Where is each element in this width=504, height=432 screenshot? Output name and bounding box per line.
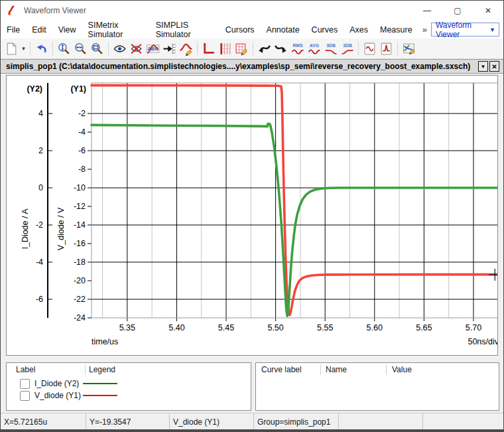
y1-tick-label: -22 (74, 295, 86, 304)
close-icon: ✕ (491, 63, 497, 70)
legend-column-label: Label (16, 363, 35, 376)
menu-item-annotate[interactable]: Annotate (261, 23, 306, 37)
values-column-name: Name (326, 363, 347, 376)
status-segment: V_diode (Y1) (170, 413, 254, 430)
new-plot-button[interactable] (3, 40, 20, 57)
minimize-button[interactable]: — (412, 1, 442, 21)
curve-arrow-right-button[interactable] (273, 40, 289, 57)
curve-checkbox[interactable] (20, 379, 30, 389)
curve-labels-button[interactable]: ABC (145, 40, 161, 57)
edit-curves-button[interactable] (401, 40, 417, 57)
chevron-down-icon: ▼ (487, 27, 497, 33)
move-to-axis-button[interactable] (161, 40, 178, 57)
impulse-page-icon (379, 42, 393, 56)
zoom-box-button[interactable] (89, 40, 105, 57)
y2-tick-label: 0 (38, 183, 43, 192)
y1-axis-title: V_diode / V (56, 207, 66, 250)
zoom-horizontal-icon (74, 42, 88, 56)
y1-tick-label: -16 (74, 239, 86, 248)
x-tick-label: 5.45 (218, 323, 234, 332)
tab-close-button[interactable]: ✕ (489, 61, 499, 72)
hide-curve-button[interactable] (128, 40, 145, 57)
plot-border (92, 83, 497, 318)
curve-arrow-right-icon (274, 42, 288, 56)
toolbar: ▼ ABC RMS AVG 3DB 3DB (1, 38, 503, 59)
waveform-plot[interactable]: 5.355.405.455.505.555.605.655.70420-2-4-… (7, 76, 497, 355)
y1-tick-label: -14 (74, 220, 86, 230)
title-bar: Waveform Viewer — ▢ ✕ (1, 1, 503, 21)
undo-button[interactable] (33, 40, 50, 57)
menu-item-edit[interactable]: Edit (26, 23, 52, 37)
curve-checkbox[interactable] (20, 391, 30, 401)
tab-title: simplis_pop1 (C:\data\documentation.simp… (6, 62, 478, 71)
rms-button[interactable]: RMS (289, 40, 306, 57)
values-column-value: Value (392, 363, 412, 376)
maximize-button[interactable]: ▢ (442, 1, 473, 21)
menu-item-file[interactable]: File (1, 23, 26, 37)
curve-pencil-icon (179, 42, 193, 56)
waveform-viewer-window: Waveform Viewer — ▢ ✕ FileEditViewSIMetr… (0, 0, 504, 432)
legend-column-legend: Legend (89, 363, 115, 376)
close-button[interactable]: ✕ (473, 1, 503, 21)
menu-overflow-chevron[interactable]: » (418, 25, 431, 35)
curve-arrow-left-icon (257, 42, 271, 56)
svg-text:AVG: AVG (309, 43, 318, 48)
waveform-page-button[interactable] (361, 40, 378, 57)
3db-lowpass-icon: 3DB (324, 42, 338, 56)
grid-pencil-icon (235, 42, 249, 56)
eye-icon (113, 42, 127, 56)
y2-axis-title: I_Diode / A (21, 208, 30, 250)
undo-icon (34, 42, 48, 56)
edit-grid-button[interactable] (233, 40, 250, 57)
y1-tick-label: -2 (78, 109, 86, 118)
arrow-to-axis-icon (162, 42, 176, 56)
abc-label-icon: ABC (146, 42, 160, 56)
zoom-x-button[interactable] (72, 40, 89, 57)
tab-dropdown-button[interactable]: ▼ (478, 61, 488, 72)
legend-panel: Label Legend I_Diode (Y2)V_diode (Y1) (6, 362, 251, 411)
grid-axis-icon (218, 42, 232, 56)
add-axis-button[interactable] (200, 40, 217, 57)
add-grid-axis-button[interactable] (217, 40, 233, 57)
y1-tick-label: -20 (74, 276, 86, 285)
impulse-page-button[interactable] (378, 40, 395, 57)
3db-highpass-button[interactable]: 3DB (339, 40, 355, 57)
avg-button[interactable]: AVG (306, 40, 322, 57)
y2-tick-label: -4 (36, 257, 43, 267)
app-logo-icon (7, 5, 17, 16)
status-segment (339, 413, 423, 430)
new-plot-dropdown-button[interactable]: ▼ (20, 40, 27, 57)
edit-curve-button[interactable] (178, 40, 194, 57)
x-tick-label: 5.35 (119, 323, 135, 332)
y1-tick-label: -10 (74, 183, 86, 192)
menu-item-cursors[interactable]: Cursors (220, 23, 261, 37)
status-segment: Group=simplis_pop1 (254, 413, 339, 430)
y2-tick-label: -6 (36, 295, 43, 304)
zoom-y-button[interactable] (56, 40, 72, 57)
curve-I_Diode[interactable] (92, 123, 497, 316)
y1-tick-label: -12 (74, 202, 86, 211)
new-page-icon (5, 42, 19, 56)
status-segment: X=5.72165u (1, 413, 86, 430)
viewer-selector[interactable]: Waveform Viewer ▼ (431, 23, 499, 36)
menu-item-curves[interactable]: Curves (306, 23, 344, 37)
chart-panel: 5.355.405.455.505.555.605.655.70420-2-4-… (6, 75, 498, 356)
curve-arrow-left-button[interactable] (256, 40, 273, 57)
curve-V_diode[interactable] (92, 86, 497, 315)
status-segment (423, 413, 503, 430)
show-curve-button[interactable] (111, 40, 128, 57)
3db-highpass-icon: 3DB (340, 42, 355, 56)
menu-item-view[interactable]: View (52, 23, 82, 37)
zoom-vertical-icon (57, 42, 71, 56)
eye-crossed-icon (129, 42, 143, 56)
legend-row: V_diode (Y1) (7, 390, 251, 401)
window-title: Waveform Viewer (24, 6, 86, 15)
menu-item-measure[interactable]: Measure (374, 23, 418, 37)
3db-lowpass-button[interactable]: 3DB (322, 40, 339, 57)
avg-icon: AVG (307, 42, 322, 56)
viewer-selector-value: Waveform Viewer (436, 21, 485, 39)
menu-item-axes[interactable]: Axes (344, 23, 374, 37)
axis-icon (202, 42, 216, 56)
svg-text:3DB: 3DB (326, 43, 336, 48)
y2-axis-tag: (Y2) (27, 84, 42, 94)
